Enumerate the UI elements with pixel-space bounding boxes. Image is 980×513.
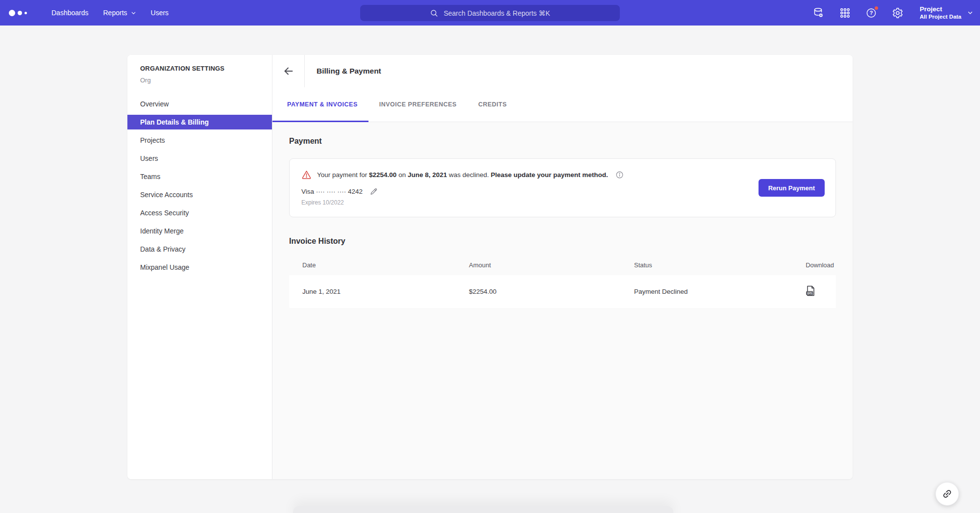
link-icon [939,486,955,501]
column-header-amount: Amount [469,261,634,269]
rerun-payment-button[interactable]: Rerun Payment [759,179,825,197]
tab-invoice-preferences[interactable]: INVOICE PREFERENCES [368,87,467,122]
sidebar-item-identity-merge[interactable]: Identity Merge [127,224,272,238]
tab-payment-invoices[interactable]: PAYMENT & INVOICES [272,87,368,122]
payment-card-details: Your payment for $2254.00 on June 8, 202… [301,170,624,206]
table-row: June 1, 2021 $2254.00 Payment Declined P… [289,275,836,308]
sidebar-item-data-privacy[interactable]: Data & Privacy [127,242,272,256]
page-title: Billing & Payment [305,55,381,87]
download-pdf-button[interactable]: PDF [805,285,816,298]
bottom-popup-shadow [293,506,673,513]
primary-nav: Dashboards Reports Users [44,0,176,26]
settings-panel: ORGANIZATION SETTINGS Org Overview Plan … [127,55,853,479]
sidebar-item-users[interactable]: Users [127,151,272,166]
top-nav: Dashboards Reports Users Search Dashboar… [0,0,980,26]
sidebar-item-service-accounts[interactable]: Service Accounts [127,187,272,202]
pencil-icon [369,187,378,196]
logo-dot [18,11,22,15]
svg-text:PDF: PDF [807,292,812,295]
data-management-icon [812,7,824,19]
card-on-file: Visa ···· ···· ···· 4242 [301,187,624,196]
mixpanel-logo[interactable] [9,10,31,16]
info-icon [615,171,624,179]
sidebar-title: ORGANIZATION SETTINGS [127,65,272,72]
svg-text:?: ? [870,10,873,16]
payment-card: Your payment for $2254.00 on June 8, 202… [289,158,836,217]
chevron-down-icon [131,10,136,16]
copy-link-button[interactable] [935,482,959,506]
content-header: Billing & Payment [272,55,853,87]
billing-content: Billing & Payment PAYMENT & INVOICES INV… [272,55,853,479]
sidebar-item-mixpanel-usage[interactable]: Mixpanel Usage [127,260,272,275]
invoice-date: June 1, 2021 [302,288,469,295]
sidebar-item-plan-details-billing[interactable]: Plan Details & Billing [127,115,272,129]
tab-credits[interactable]: CREDITS [467,87,517,122]
column-header-download: Download [800,261,836,269]
chevron-down-icon [967,10,973,16]
warning-icon [301,170,312,180]
arrow-left-icon [283,65,294,77]
data-management-button[interactable] [812,7,824,19]
sidebar-item-teams[interactable]: Teams [127,169,272,184]
pdf-file-icon: PDF [805,285,816,297]
search-icon [430,9,439,18]
card-expiry: Expires 10/2022 [301,199,624,206]
search-input[interactable]: Search Dashboards & Reports ⌘K [360,5,620,21]
back-button[interactable] [272,55,305,87]
project-switcher[interactable]: Project All Project Data [920,5,973,21]
apps-grid-button[interactable] [839,7,851,19]
nav-users[interactable]: Users [144,0,176,26]
gear-icon [892,7,904,19]
invoice-history-table: Date Amount Status Download June 1, 2021… [289,255,836,308]
sidebar-item-overview[interactable]: Overview [127,97,272,111]
search-placeholder: Search Dashboards & Reports ⌘K [443,9,550,17]
project-label: Project [920,5,961,13]
logo-dot [9,10,15,16]
org-settings-sidebar: ORGANIZATION SETTINGS Org Overview Plan … [127,55,272,479]
nav-reports[interactable]: Reports [96,0,144,26]
help-button[interactable]: ? [865,7,877,19]
payment-declined-alert: Your payment for $2254.00 on June 8, 202… [301,170,624,180]
info-button[interactable] [615,171,624,179]
invoice-history-title: Invoice History [289,237,836,246]
payment-section-title: Payment [289,137,836,146]
column-header-status: Status [634,261,800,269]
logo-dot [24,12,27,14]
tab-bar: PAYMENT & INVOICES INVOICE PREFERENCES C… [272,87,853,122]
invoice-status: Payment Declined [634,288,800,295]
nav-reports-label: Reports [103,9,127,17]
apps-grid-icon [839,7,851,19]
table-header-row: Date Amount Status Download [289,255,836,275]
nav-right-cluster: ? Project All Project Data [805,0,973,26]
sidebar-item-projects[interactable]: Projects [127,133,272,148]
edit-card-button[interactable] [369,187,378,196]
sidebar-nav: Overview Plan Details & Billing Projects… [127,97,272,275]
notification-dot [874,5,879,11]
sidebar-item-access-security[interactable]: Access Security [127,205,272,220]
nav-dashboards[interactable]: Dashboards [44,0,96,26]
settings-button[interactable] [892,7,904,19]
tab-content: Payment Your payment for $2254.00 on Jun… [272,122,853,479]
invoice-amount: $2254.00 [469,288,634,295]
column-header-date: Date [302,261,469,269]
project-name: All Project Data [920,13,961,21]
card-number: Visa ···· ···· ···· 4242 [301,188,363,195]
alert-text: Your payment for $2254.00 on June 8, 202… [317,171,608,179]
org-name: Org [127,77,272,84]
